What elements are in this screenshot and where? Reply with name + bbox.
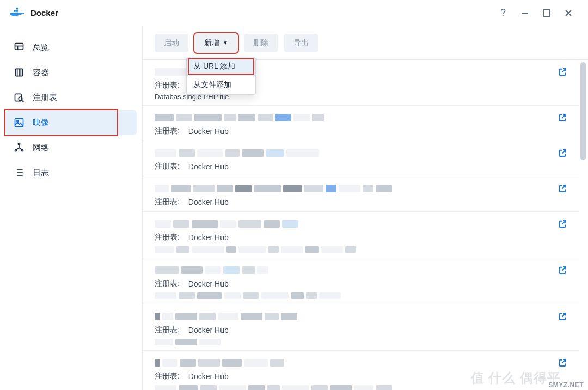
open-external-icon[interactable]	[558, 219, 567, 229]
blurred-title	[155, 312, 297, 321]
svg-rect-4	[16, 10, 18, 11]
svg-rect-18	[15, 119, 23, 127]
row-registry: 注册表: Docker Hub	[155, 126, 567, 136]
sidebar-item-container[interactable]: 容器	[5, 60, 137, 85]
maximize-button[interactable]	[536, 2, 558, 24]
export-button[interactable]: 导出	[284, 34, 318, 52]
svg-rect-7	[543, 10, 550, 16]
list-icon	[13, 167, 25, 179]
close-button[interactable]	[558, 2, 579, 24]
open-external-icon[interactable]	[558, 265, 567, 275]
scrollbar[interactable]	[580, 62, 586, 388]
scrollbar-thumb[interactable]	[580, 62, 586, 160]
open-external-icon[interactable]	[558, 113, 567, 123]
blurred-description	[155, 246, 567, 253]
svg-rect-5	[16, 8, 18, 9]
row-registry: 注册表: Docker Hub	[155, 197, 567, 207]
sidebar-item-registry[interactable]: 注册表	[5, 85, 137, 110]
list-item[interactable]: 注册表: Docker Hub	[143, 351, 579, 390]
blurred-title	[155, 358, 284, 368]
sidebar-item-log[interactable]: 日志	[5, 160, 137, 185]
list-item[interactable]: 注册表: Docker Hub	[143, 106, 579, 141]
row-registry: 注册表: Docker Hub	[155, 279, 567, 289]
delete-button[interactable]: 删除	[244, 34, 278, 52]
svg-point-20	[18, 143, 20, 145]
sidebar: 总览 容器 注册表 映像 网络 日志	[0, 26, 143, 390]
row-registry: 注册表: Docker Hub	[155, 233, 567, 242]
svg-rect-3	[14, 10, 16, 11]
row-registry: 注册表: Docker Hub	[155, 371, 567, 381]
blurred-description	[155, 385, 567, 390]
container-icon	[13, 66, 25, 78]
image-list: 注册表: Databas single PHP file.	[143, 60, 579, 390]
sidebar-item-network[interactable]: 网络	[5, 135, 137, 160]
launch-button[interactable]: 启动	[155, 34, 188, 52]
body: 总览 容器 注册表 映像 网络 日志	[0, 26, 588, 390]
titlebar: Docker ?	[0, 0, 588, 26]
blurred-title	[155, 265, 268, 275]
app-window: Docker ? 总览 容器 注册表 映像	[0, 0, 588, 390]
sidebar-item-label: 容器	[33, 68, 49, 78]
open-external-icon[interactable]	[558, 312, 567, 321]
chevron-down-icon: ▼	[223, 40, 228, 46]
list-item[interactable]: 注册表: Docker Hub	[143, 141, 579, 176]
open-external-icon[interactable]	[558, 358, 567, 368]
blurred-description	[155, 338, 567, 346]
svg-rect-6	[522, 13, 528, 14]
dropdown-item-add-from-file[interactable]: 从文件添加	[187, 76, 255, 94]
open-external-icon[interactable]	[558, 148, 567, 158]
network-icon	[13, 142, 25, 154]
docker-logo-icon	[9, 7, 26, 20]
dropdown-item-add-from-url[interactable]: 从 URL 添加	[187, 57, 255, 76]
sidebar-item-label: 注册表	[33, 93, 57, 103]
sidebar-item-label: 映像	[33, 118, 49, 128]
dashboard-icon	[13, 41, 25, 53]
open-external-icon[interactable]	[558, 184, 567, 193]
blurred-title	[155, 113, 324, 123]
sidebar-item-label: 网络	[33, 143, 49, 153]
sidebar-item-overview[interactable]: 总览	[5, 35, 137, 60]
list-item[interactable]: 注册表: Docker Hub	[143, 304, 579, 351]
open-external-icon[interactable]	[558, 67, 567, 77]
search-icon	[13, 92, 25, 103]
sidebar-item-label: 日志	[33, 168, 49, 178]
row-registry: 注册表: Docker Hub	[155, 325, 567, 335]
blurred-description	[155, 292, 567, 300]
blurred-title	[155, 184, 392, 193]
image-icon	[13, 117, 25, 129]
svg-line-17	[22, 100, 23, 102]
window-title: Docker	[30, 8, 58, 17]
add-dropdown: 从 URL 添加 从文件添加	[186, 57, 256, 95]
toolbar: 启动 新增 ▼ 删除 导出 从 URL 添加 从文件添加	[143, 26, 588, 60]
minimize-button[interactable]	[514, 2, 536, 24]
list-item[interactable]: 注册表: Docker Hub	[143, 212, 579, 258]
svg-point-19	[17, 120, 19, 122]
sidebar-item-label: 总览	[33, 42, 49, 53]
blurred-title	[155, 219, 298, 229]
help-button[interactable]: ?	[492, 2, 514, 24]
sidebar-item-image[interactable]: 映像	[5, 110, 137, 135]
main-panel: 启动 新增 ▼ 删除 导出 从 URL 添加 从文件添加	[143, 26, 588, 390]
blurred-title	[155, 148, 319, 158]
add-button[interactable]: 新增 ▼	[195, 34, 237, 52]
image-list-wrapper: 注册表: Databas single PHP file.	[143, 60, 588, 390]
list-item[interactable]: 注册表: Docker Hub	[143, 258, 579, 304]
row-registry: 注册表: Docker Hub	[155, 162, 567, 172]
list-item[interactable]: 注册表: Docker Hub	[143, 176, 579, 212]
